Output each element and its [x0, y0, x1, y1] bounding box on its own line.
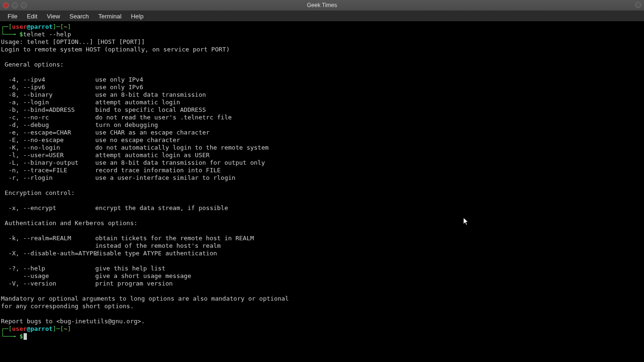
desc-bind: bind to specific local ADDRESS: [95, 106, 206, 113]
desc-realm-cont: instead of the remote host's realm: [95, 242, 221, 249]
desc-encrypt: encrypt the data stream, if possible: [95, 204, 228, 211]
opt-user: -l, --user=USER: [1, 152, 95, 159]
opt-debug: -d, --debug: [1, 121, 95, 129]
desc-norc: do not read the user's .telnetrc file: [95, 114, 232, 121]
prompt2-dollar: $: [19, 333, 23, 340]
desc-help: give this help list: [95, 265, 165, 272]
prompt2-host: parrot: [31, 325, 53, 332]
opt-version: -V, --version: [1, 280, 95, 287]
usage-line: Usage: telnet [OPTION...] [HOST [PORT]]: [1, 38, 145, 45]
desc-ipv4: use only IPv4: [95, 76, 143, 83]
desc-disableauth: disable type ATYPE authentication: [95, 250, 217, 257]
desc-user: attempt automatic login as USER: [95, 152, 210, 159]
opt-realm: -k, --realm=REALM: [1, 235, 95, 242]
section-auth: Authentication and Kerberos options:: [1, 219, 138, 227]
minimize-window-icon[interactable]: [12, 2, 18, 8]
prompt-bracket: ┌─[: [1, 23, 12, 30]
prompt2-user: user: [12, 325, 26, 332]
desc-line: Login to remote system HOST (optionally,…: [1, 46, 230, 53]
opt-escape: -e, --escape=CHAR: [1, 129, 95, 136]
prompt2-bracket: ┌─[: [1, 325, 12, 332]
opt-ipv4: -4, --ipv4: [1, 76, 95, 84]
menu-view[interactable]: View: [42, 12, 65, 21]
desc-binary: use an 8-bit data transmission: [95, 91, 206, 98]
menu-search[interactable]: Search: [65, 12, 93, 21]
desc-noescape: use no escape character: [95, 136, 180, 143]
desc-rlogin: use a user-interface similar to rlogin: [95, 174, 235, 181]
opt-binary: -8, --binary: [1, 91, 95, 99]
desc-ipv6: use only IPv6: [95, 84, 143, 91]
close-window-icon[interactable]: [3, 2, 9, 8]
opt-usage: --usage: [1, 272, 95, 280]
mandatory-note-1: Mandatory or optional arguments to long …: [1, 295, 289, 302]
prompt-sep: ]─[: [53, 23, 64, 30]
bug-report: Report bugs to <bug-inetutils@gnu.org>.: [1, 318, 145, 325]
opt-noescape: -E, --no-escape: [1, 136, 95, 144]
prompt-dollar: $: [19, 31, 23, 38]
desc-trace: record trace information into FILE: [95, 167, 221, 174]
prompt-cwd: ~: [64, 23, 67, 30]
desc-binout: use an 8-bit data transmission for outpu…: [95, 159, 265, 166]
opt-login: -a, --login: [1, 99, 95, 106]
desc-usage: give a short usage message: [95, 272, 191, 279]
prompt-user: user: [12, 23, 26, 30]
prompt2-at: @: [27, 325, 31, 332]
menu-edit[interactable]: Edit: [22, 12, 42, 21]
window-title: Geek Times: [0, 2, 644, 8]
desc-nologin: do not automatically login to the remote…: [95, 144, 269, 151]
opt-trace: -n, --trace=FILE: [1, 167, 95, 174]
section-general: General options:: [1, 61, 64, 68]
text-cursor: [24, 333, 27, 340]
desc-escape: use CHAR as an escape character: [95, 129, 210, 136]
desc-login: attempt automatic login: [95, 99, 180, 106]
opt-ipv6: -6, --ipv6: [1, 84, 95, 91]
prompt2-arrow: └──╼: [1, 333, 19, 340]
opt-binout: -L, --binary-output: [1, 159, 95, 167]
prompt-at: @: [27, 23, 31, 30]
desc-debug: turn on debugging: [95, 121, 158, 128]
menu-help[interactable]: Help: [126, 12, 149, 21]
window-titlebar: Geek Times: [0, 0, 644, 11]
opt-realm-cont: [1, 242, 95, 250]
opt-bind: -b, --bind=ADDRESS: [1, 106, 95, 114]
prompt2-cwd: ~: [64, 325, 67, 332]
opt-norc: -c, --no-rc: [1, 114, 95, 121]
prompt-end: ]: [67, 23, 71, 30]
opt-nologin: -K, --no-login: [1, 144, 95, 152]
desc-version: print program version: [95, 280, 173, 287]
window-menu-icon[interactable]: [635, 2, 641, 8]
prompt2-sep: ]─[: [53, 325, 64, 332]
menu-file[interactable]: File: [3, 12, 22, 21]
prompt-host: parrot: [31, 23, 53, 30]
opt-help: -?, --help: [1, 265, 95, 272]
prompt-arrow: └──╼: [1, 31, 19, 38]
terminal-output[interactable]: ┌─[user@parrot]─[~] └──╼ $telnet --help …: [0, 21, 644, 362]
entered-command: telnet --help: [23, 31, 71, 38]
mandatory-note-2: for any corresponding short options.: [1, 303, 134, 310]
desc-realm: obtain tickets for the remote host in RE…: [95, 235, 254, 242]
opt-encrypt: -x, --encrypt: [1, 204, 95, 212]
section-encryption: Encryption control:: [1, 189, 75, 196]
opt-rlogin: -r, --rlogin: [1, 174, 95, 182]
maximize-window-icon[interactable]: [21, 2, 27, 8]
menu-terminal[interactable]: Terminal: [94, 12, 126, 21]
prompt2-end: ]: [67, 325, 71, 332]
menu-bar: File Edit View Search Terminal Help: [0, 11, 644, 21]
opt-disableauth: -X, --disable-auth=ATYPE: [1, 250, 95, 257]
